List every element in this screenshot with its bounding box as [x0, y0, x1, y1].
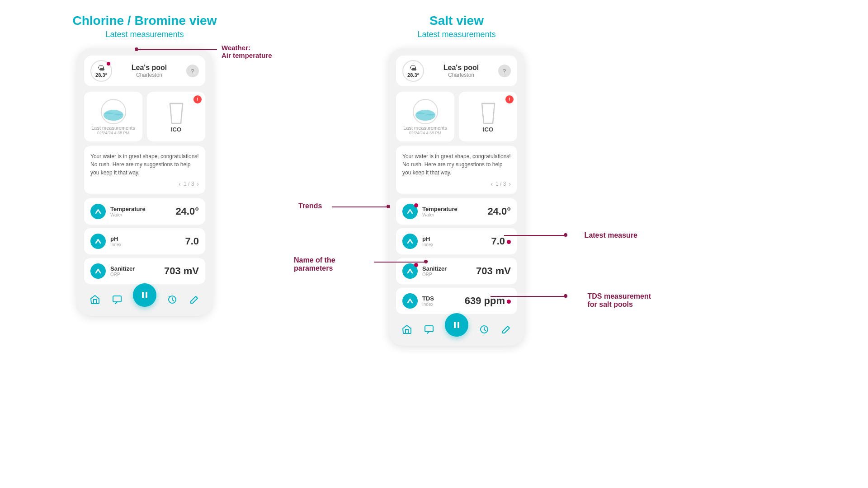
left-title: Chlorine / Bromine view — [73, 14, 217, 28]
right-page-num: 1 / 3 — [495, 181, 506, 187]
left-prev-arrow[interactable]: ‹ — [179, 180, 181, 188]
left-message-text: Your water is in great shape, congratula… — [90, 152, 199, 177]
left-nav-edit[interactable] — [188, 293, 201, 306]
right-nav-home[interactable] — [401, 323, 413, 336]
right-trend-icon-ph — [402, 234, 418, 249]
left-subtitle: Latest measurements — [105, 30, 184, 39]
left-alert-badge: ! — [193, 95, 202, 103]
right-meas-name-sanitizer: Sanitizer — [422, 265, 447, 272]
right-bottom-nav — [396, 318, 517, 338]
left-device-ico[interactable]: ! ICO — [147, 92, 205, 141]
right-trend-icon-sanitizer — [402, 263, 418, 279]
right-device1-label: Last measurements — [403, 125, 447, 131]
svg-rect-3 — [113, 296, 121, 302]
svg-rect-9 — [425, 326, 433, 332]
right-trend-icon-tds — [402, 293, 418, 309]
right-pool-name: Lea's pool — [443, 64, 479, 72]
right-device-sensor[interactable]: Last measurements 02/24/24 4:38 PM — [396, 92, 454, 141]
left-measurement-sanitizer[interactable]: Sanitizer ORP 703 mV — [84, 258, 205, 284]
svg-rect-4 — [142, 292, 144, 298]
right-meas-val-sanitizer: 703 mV — [476, 265, 511, 277]
right-measurement-sanitizer[interactable]: Sanitizer ORP 703 mV — [396, 258, 517, 284]
left-measurement-temperature[interactable]: Temperature Water 24.0° — [84, 198, 205, 225]
right-phone-header: 🌤 28.3° Lea's pool Charleston ? — [396, 56, 517, 86]
left-device1-date: 02/24/24 4:38 PM — [97, 131, 129, 135]
left-trend-icon-sanitizer — [90, 263, 106, 279]
right-meas-val-tds: 639 ppm — [465, 295, 511, 307]
left-meas-name-temp: Temperature — [110, 206, 146, 212]
right-measurement-tds[interactable]: TDS Index 639 ppm — [396, 288, 517, 314]
left-next-arrow[interactable]: › — [197, 180, 199, 188]
right-help-button[interactable]: ? — [498, 65, 511, 77]
left-section: Chlorine / Bromine view Latest measureme… — [27, 14, 262, 316]
left-bottom-nav — [84, 288, 205, 309]
right-measurement-temperature[interactable]: Temperature Water 24.0° — [396, 198, 517, 225]
left-trend-icon-temp — [90, 204, 106, 219]
right-next-arrow[interactable]: › — [509, 180, 511, 188]
left-pool-info: Lea's pool Charleston — [132, 64, 167, 78]
right-pool-info: Lea's pool Charleston — [443, 64, 479, 78]
left-meas-sub-temp: Water — [110, 212, 146, 217]
left-measurement-ph[interactable]: pH Index 7.0 — [84, 228, 205, 254]
right-meas-sub-temp: Water — [422, 212, 458, 217]
left-pagination: ‹ 1 / 3 › — [90, 180, 199, 188]
right-device-ico[interactable]: ! ICO — [459, 92, 517, 141]
page-container: Chlorine / Bromine view Latest measureme… — [27, 14, 841, 346]
left-meas-val-ph: 7.0 — [185, 235, 199, 247]
svg-rect-10 — [454, 322, 456, 328]
left-weather-badge: 🌤 28.3° — [90, 60, 112, 82]
latest-measure-annotation: Latest measure — [512, 231, 637, 239]
right-meas-sub-sanitizer: ORP — [422, 272, 447, 277]
right-ico-icon — [478, 101, 498, 126]
left-message-card: Your water is in great shape, congratula… — [84, 146, 205, 194]
right-pool-location: Charleston — [443, 72, 479, 78]
right-meas-name-temp: Temperature — [422, 206, 458, 212]
left-devices-row: Last measurements 02/24/24 4:38 PM ! ICO — [84, 92, 205, 141]
right-measurement-ph[interactable]: pH Index 7.0 — [396, 228, 517, 254]
right-message-text: Your water is in great shape, congratula… — [402, 152, 511, 177]
trends-annotation: Trends — [298, 202, 322, 210]
svg-rect-11 — [458, 322, 459, 328]
left-help-button[interactable]: ? — [186, 65, 199, 77]
right-title: Salt view — [429, 14, 484, 28]
left-nav-center[interactable] — [133, 283, 156, 307]
right-meas-val-ph: 7.0 — [491, 235, 511, 247]
left-meas-val-sanitizer: 703 mV — [164, 265, 199, 277]
left-meas-name-ph: pH — [110, 235, 121, 242]
left-ico-icon — [166, 101, 186, 126]
left-device-sensor[interactable]: Last measurements 02/24/24 4:38 PM — [84, 92, 142, 141]
right-prev-arrow[interactable]: ‹ — [491, 180, 493, 188]
left-trend-icon-ph — [90, 234, 106, 249]
left-meas-sub-sanitizer: ORP — [110, 272, 135, 277]
name-params-annotation: Name of the parameters — [294, 256, 335, 272]
right-meas-name-ph: pH — [422, 235, 433, 242]
right-nav-chat[interactable] — [423, 323, 435, 336]
right-nav-edit[interactable] — [500, 323, 513, 336]
left-nav-history[interactable] — [166, 293, 179, 306]
right-trend-icon-temp — [402, 204, 418, 219]
right-meas-sub-ph: Index — [422, 242, 433, 247]
right-measurements: Temperature Water 24.0° — [396, 198, 517, 314]
left-sensor-icon — [100, 98, 127, 125]
right-nav-center[interactable] — [445, 313, 468, 337]
left-meas-name-sanitizer: Sanitizer — [110, 265, 135, 272]
right-meas-sub-tds: Index — [422, 302, 434, 307]
right-alert-badge: ! — [505, 95, 514, 103]
left-measurements: Temperature Water 24.0° — [84, 198, 205, 284]
right-pagination: ‹ 1 / 3 › — [402, 180, 511, 188]
left-nav-chat[interactable] — [111, 293, 123, 306]
right-phone: 🌤 28.3° Lea's pool Charleston ? — [389, 48, 524, 346]
left-device1-label: Last measurements — [91, 125, 135, 131]
right-devices-row: Last measurements 02/24/24 4:38 PM ! ICO — [396, 92, 517, 141]
right-weather-badge: 🌤 28.3° — [402, 60, 424, 82]
left-ico-label: ICO — [171, 126, 181, 133]
right-message-card: Your water is in great shape, congratula… — [396, 146, 517, 194]
left-phone-header: 🌤 28.3° Lea's pool Charleston ? — [84, 56, 205, 86]
right-nav-history[interactable] — [478, 323, 491, 336]
right-sensor-icon — [412, 98, 439, 125]
left-phone: 🌤 28.3° Lea's pool Charleston ? — [77, 48, 212, 316]
left-nav-home[interactable] — [89, 293, 101, 306]
left-pool-location: Charleston — [132, 72, 167, 78]
left-meas-val-temp: 24.0° — [175, 206, 199, 217]
left-meas-sub-ph: Index — [110, 242, 121, 247]
